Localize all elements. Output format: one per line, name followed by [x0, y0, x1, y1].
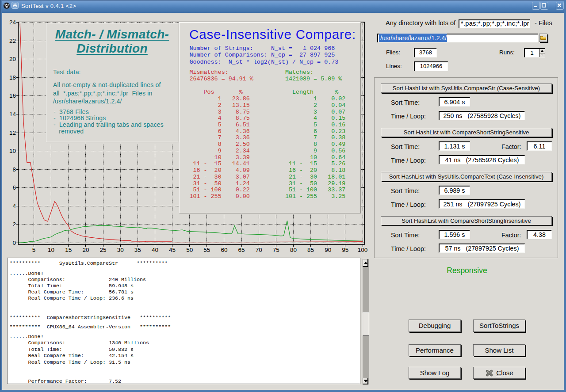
svg-text:14: 14 — [9, 111, 16, 118]
svg-text:65: 65 — [238, 247, 245, 253]
svg-text:6: 6 — [12, 184, 16, 191]
svg-text:90: 90 — [325, 247, 331, 253]
svg-text:16: 16 — [9, 92, 16, 99]
svg-text:12: 12 — [9, 129, 16, 136]
svg-text:5: 5 — [32, 247, 36, 253]
svg-text:95: 95 — [342, 247, 348, 253]
svg-text:24: 24 — [9, 19, 16, 26]
svg-text:30: 30 — [117, 247, 124, 253]
svg-text:20: 20 — [82, 247, 89, 253]
svg-text:70: 70 — [256, 247, 262, 253]
svg-text:10: 10 — [48, 247, 54, 253]
svg-text:20: 20 — [9, 56, 16, 62]
svg-text:85: 85 — [307, 247, 314, 253]
svg-text:45: 45 — [169, 247, 176, 253]
svg-text:40: 40 — [152, 247, 158, 253]
svg-text:80: 80 — [290, 247, 297, 253]
svg-text:10: 10 — [9, 148, 16, 154]
svg-text:8: 8 — [12, 166, 16, 173]
svg-text:60: 60 — [221, 247, 227, 253]
svg-text:4: 4 — [12, 203, 16, 209]
svg-text:50: 50 — [186, 247, 193, 253]
svg-text:25: 25 — [99, 247, 106, 253]
svg-text:0: 0 — [12, 240, 16, 246]
svg-text:18: 18 — [9, 74, 16, 81]
svg-text:2: 2 — [12, 221, 16, 228]
svg-text:75: 75 — [273, 247, 279, 253]
svg-text:15: 15 — [65, 247, 72, 253]
svg-text:22: 22 — [9, 38, 16, 44]
svg-text:100: 100 — [358, 247, 368, 253]
svg-text:35: 35 — [134, 247, 141, 253]
svg-text:55: 55 — [203, 247, 210, 253]
